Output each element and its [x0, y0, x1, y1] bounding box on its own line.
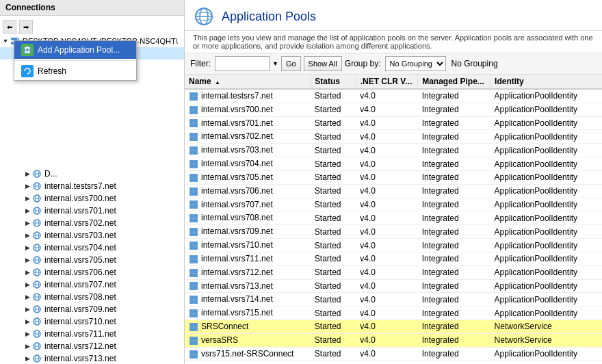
table-row[interactable]: internal.vsrs715.net Started v4.0 Integr…: [185, 307, 602, 320]
expand-arrow-s9[interactable]: ▶: [23, 281, 31, 288]
tree-item-s11[interactable]: ▶ internal.vsrs709.net: [0, 303, 184, 315]
context-menu-refresh[interactable]: Refresh: [14, 62, 136, 80]
tree-item-s8[interactable]: ▶ internal.vsrs706.net: [0, 266, 184, 278]
table-row[interactable]: internal.vsrs708.net Started v4.0 Integr…: [185, 211, 602, 225]
expand-arrow-server[interactable]: ▼: [1, 38, 10, 44]
table-row[interactable]: SRSConnect Started v4.0 Integrated Netwo…: [185, 320, 602, 334]
table-row[interactable]: internal.vsrs712.net Started v4.0 Integr…: [185, 265, 602, 279]
cell-status: Started: [311, 103, 356, 116]
tree-item-s2[interactable]: ▶ internal.vsrs700.net: [0, 192, 184, 205]
svg-rect-115: [189, 232, 194, 236]
tree-item-default[interactable]: ▶ D...: [0, 168, 184, 180]
tree-item-s15[interactable]: ▶ internal.vsrs713.net: [0, 352, 184, 364]
right-panel: Application Pools This page lets you vie…: [185, 0, 602, 364]
tree-toolbar-btn-1[interactable]: ⬅: [3, 20, 16, 34]
context-menu-add-app-pool[interactable]: Add Application Pool...: [14, 41, 136, 59]
svg-rect-128: [194, 273, 198, 277]
table-row[interactable]: internal.vsrs705.net Started v4.0 Integr…: [185, 170, 602, 184]
cell-pipeline: Integrated: [418, 103, 490, 116]
svg-rect-96: [194, 164, 198, 168]
go-button[interactable]: Go: [281, 56, 301, 71]
tree-item-s6[interactable]: ▶ internal.vsrs704.net: [0, 242, 184, 254]
cell-clr: v4.0: [356, 184, 417, 198]
cell-identity: ApplicationPoolIdentity: [490, 279, 602, 293]
col-header-status[interactable]: Status: [311, 75, 356, 89]
expand-arrow-s6[interactable]: ▶: [23, 244, 31, 251]
expand-arrow-s10[interactable]: ▶: [23, 294, 31, 300]
expand-arrow-default[interactable]: ▶: [23, 170, 31, 177]
table-row[interactable]: internal.vsrs714.net Started v4.0 Integr…: [185, 293, 602, 307]
svg-rect-147: [189, 341, 194, 345]
col-header-name[interactable]: Name ▲: [185, 75, 311, 89]
svg-rect-85: [189, 133, 194, 137]
tree-label-s15: internal.vsrs713.net: [44, 354, 116, 363]
table-row[interactable]: vsrs715.net-SRSConnect Started v4.0 Inte…: [185, 347, 602, 361]
table-row[interactable]: internal.vsrs702.net Started v4.0 Integr…: [185, 130, 602, 144]
table-row[interactable]: internal.vsrs703.net Started v4.0 Integr…: [185, 144, 602, 157]
cell-status: Started: [311, 333, 356, 347]
table-row[interactable]: internal.vsrs701.net Started v4.0 Integr…: [185, 116, 602, 130]
tree-item-s13[interactable]: ▶ internal.vsrs711.net: [0, 328, 184, 340]
tree-item-s7[interactable]: ▶ internal.vsrs705.net: [0, 254, 184, 266]
tree-toolbar-btn-2[interactable]: ➡: [19, 20, 33, 34]
show-all-button[interactable]: Show All: [304, 56, 342, 71]
expand-arrow-s1[interactable]: ▶: [23, 183, 31, 190]
tree-item-s14[interactable]: ▶ internal.vsrs712.net: [0, 340, 184, 352]
cell-pipeline: Integrated: [418, 170, 490, 184]
expand-arrow-s8[interactable]: ▶: [23, 269, 31, 276]
expand-arrow-s12[interactable]: ▶: [23, 318, 31, 325]
tree-item-s4[interactable]: ▶ internal.vsrs702.net: [0, 217, 184, 229]
table-row[interactable]: internal.vsrs713.net Started v4.0 Integr…: [185, 279, 602, 293]
globe-icon-s13: [31, 328, 42, 339]
table-row[interactable]: internal.vsrs707.net Started v4.0 Integr…: [185, 198, 602, 211]
group-by-select[interactable]: No Grouping: [385, 56, 446, 71]
expand-arrow-s4[interactable]: ▶: [23, 220, 31, 226]
globe-icon-s1: [31, 181, 42, 192]
cell-clr: v4.0: [356, 103, 417, 116]
expand-arrow-s2[interactable]: ▶: [23, 195, 31, 202]
pool-icon-12: [189, 255, 198, 264]
cell-name: internal.testsrs7.net: [185, 89, 311, 103]
expand-arrow-s7[interactable]: ▶: [23, 257, 31, 263]
expand-arrow-s5[interactable]: ▶: [23, 232, 31, 239]
tree-item-s10[interactable]: ▶ internal.vsrs708.net: [0, 291, 184, 303]
table-row[interactable]: internal.vsrs709.net Started v4.0 Integr…: [185, 225, 602, 239]
cell-identity: ApplicationPoolIdentity: [490, 211, 602, 225]
svg-rect-146: [194, 337, 198, 341]
expand-arrow-s3[interactable]: ▶: [23, 207, 31, 214]
globe-icon-s9: [31, 279, 42, 290]
table-row[interactable]: internal.vsrs700.net Started v4.0 Integr…: [185, 103, 602, 116]
svg-rect-133: [189, 296, 194, 300]
tree-label-s10: internal.vsrs708.net: [44, 292, 116, 302]
tree-item-s1[interactable]: ▶ internal.testsrs7.net: [0, 180, 184, 192]
cell-identity: ApplicationPoolIdentity: [490, 103, 602, 116]
col-header-identity[interactable]: Identity: [490, 75, 602, 89]
expand-arrow-s14[interactable]: ▶: [23, 343, 31, 350]
table-row[interactable]: internal.vsrs704.net Started v4.0 Integr…: [185, 157, 602, 171]
tree-item-s3[interactable]: ▶ internal.vsrs701.net: [0, 205, 184, 217]
svg-rect-97: [189, 174, 194, 178]
expand-arrow-s11[interactable]: ▶: [23, 306, 31, 313]
col-header-clr[interactable]: .NET CLR V...: [356, 75, 417, 89]
col-header-pipeline[interactable]: Managed Pipe...: [418, 75, 490, 89]
svg-point-2: [17, 38, 18, 40]
filter-input[interactable]: [215, 56, 270, 71]
svg-rect-110: [194, 214, 198, 218]
cell-name: internal.vsrs703.net: [185, 144, 311, 157]
globe-icon-s7: [31, 255, 42, 265]
table-row[interactable]: versaSRS Started v4.0 Integrated Network…: [185, 333, 602, 347]
table-row[interactable]: internal.vsrs711.net Started v4.0 Integr…: [185, 252, 602, 265]
expand-arrow-s15[interactable]: ▶: [23, 355, 31, 362]
svg-rect-138: [194, 309, 198, 313]
cell-clr: v4.0: [356, 211, 417, 225]
cell-name: internal.vsrs712.net: [185, 265, 311, 279]
svg-rect-134: [194, 296, 198, 300]
tree-item-s9[interactable]: ▶ internal.vsrs707.net: [0, 278, 184, 291]
tree-item-s12[interactable]: ▶ internal.vsrs710.net: [0, 315, 184, 328]
table-row[interactable]: internal.vsrs710.net Started v4.0 Integr…: [185, 239, 602, 252]
tree-item-s5[interactable]: ▶ internal.vsrs703.net: [0, 229, 184, 242]
app-pools-table-container: Name ▲ Status .NET CLR V... Managed Pipe…: [185, 75, 602, 364]
table-row[interactable]: internal.vsrs706.net Started v4.0 Integr…: [185, 184, 602, 198]
table-row[interactable]: internal.testsrs7.net Started v4.0 Integ…: [185, 89, 602, 103]
expand-arrow-s13[interactable]: ▶: [23, 330, 31, 337]
